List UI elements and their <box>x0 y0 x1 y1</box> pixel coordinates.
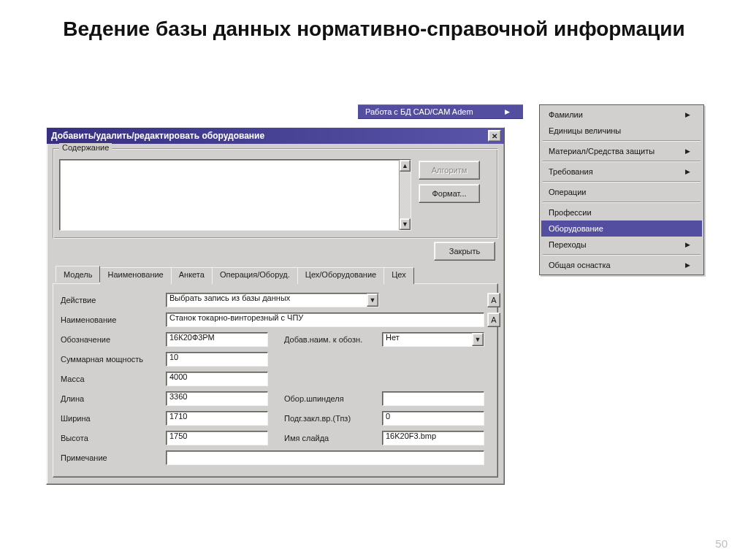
height-field[interactable]: 1750 <box>166 431 268 445</box>
content-textarea[interactable]: ▲ ▼ <box>59 159 411 231</box>
action-combo[interactable]: Выбрать запись из базы данных ▼ <box>166 293 379 307</box>
menu-item-tooling[interactable]: Общая оснастка ▶ <box>541 257 702 273</box>
slide-name-field[interactable]: 16K20F3.bmp <box>382 431 484 445</box>
tab-shop[interactable]: Цех <box>383 267 414 284</box>
groupbox-label: Содержание <box>59 143 112 152</box>
length-field[interactable]: 3360 <box>166 391 268 406</box>
chevron-down-icon[interactable]: ▼ <box>367 294 378 307</box>
menu-item-transitions[interactable]: Переходы ▶ <box>541 237 702 253</box>
menu-root[interactable]: Работа с БД CAD/CAM Adem ▶ <box>358 104 523 119</box>
addname-combo[interactable]: Нет ▼ <box>382 332 484 347</box>
tabstrip: Модель Наименование Анкета Операция/Обор… <box>56 266 498 283</box>
tpz-field[interactable]: 0 <box>382 411 484 426</box>
chevron-right-icon: ▶ <box>685 241 690 248</box>
label-height: Высота <box>61 434 163 442</box>
tab-model[interactable]: Модель <box>56 266 100 283</box>
chevron-right-icon: ▶ <box>685 111 690 118</box>
algorithm-button[interactable]: Алгоритм <box>419 161 480 180</box>
scroll-up-icon[interactable]: ▲ <box>400 160 411 172</box>
titlebar[interactable]: Добавить/удалить/редактировать оборудова… <box>47 128 504 144</box>
label-length: Длина <box>61 394 163 403</box>
name-field[interactable]: Станок токарно-винторезный с ЧПУ <box>166 312 484 327</box>
power-field[interactable]: 10 <box>166 352 268 367</box>
spindle-field[interactable] <box>382 391 484 406</box>
label-mass: Масса <box>61 375 163 383</box>
equipment-dialog: Добавить/удалить/редактировать оборудова… <box>46 127 505 485</box>
menu-item-equipment[interactable]: Оборудование <box>541 220 702 237</box>
label-name: Наименование <box>61 315 163 324</box>
slide-title: Ведение базы данных нормативно-справочно… <box>0 0 748 54</box>
label-addname: Добав.наим. к обозн. <box>284 335 379 344</box>
menu-item-surnames[interactable]: Фамилии ▶ <box>541 107 702 123</box>
close-button[interactable]: ✕ <box>488 130 501 142</box>
tab-name[interactable]: Наименование <box>99 267 171 284</box>
action-a-button[interactable]: А <box>487 293 500 307</box>
label-power: Суммарная мощность <box>61 355 163 364</box>
chevron-right-icon: ▶ <box>685 261 690 269</box>
menu-separator <box>543 254 701 256</box>
label-action: Действие <box>61 296 163 304</box>
close-dialog-button[interactable]: Закрыть <box>434 242 495 261</box>
tab-operation-equip[interactable]: Операция/Оборуд. <box>212 267 298 284</box>
name-a-button[interactable]: А <box>487 312 500 327</box>
note-field[interactable] <box>166 450 484 465</box>
label-width: Ширина <box>61 414 163 423</box>
scrollbar[interactable]: ▲ ▼ <box>399 160 411 230</box>
tab-profile[interactable]: Анкета <box>171 267 213 284</box>
dialog-title: Добавить/удалить/редактировать оборудова… <box>51 131 264 141</box>
scroll-down-icon[interactable]: ▼ <box>400 218 411 230</box>
menu-item-operations[interactable]: Операции <box>541 184 702 200</box>
menu-item-requirements[interactable]: Требования ▶ <box>541 164 702 180</box>
label-spindle: Обор.шпинделя <box>284 394 379 403</box>
format-button[interactable]: Формат... <box>419 184 480 203</box>
label-tpz: Подг.закл.вр.(Тпз) <box>284 414 379 423</box>
menu-separator <box>543 161 701 162</box>
menu-separator <box>543 140 701 142</box>
width-field[interactable]: 1710 <box>166 411 268 426</box>
submenu: Фамилии ▶ Единицы величины Материал/Сред… <box>539 104 704 275</box>
menu-item-units[interactable]: Единицы величины <box>541 123 702 139</box>
mass-field[interactable]: 4000 <box>166 372 268 386</box>
scroll-track[interactable] <box>400 172 411 218</box>
label-designation: Обозначение <box>61 335 163 344</box>
chevron-right-icon: ▶ <box>685 168 690 175</box>
menu-root-label: Работа с БД CAD/CAM Adem <box>365 107 473 116</box>
chevron-right-icon: ▶ <box>685 147 690 155</box>
label-slide: Имя слайда <box>284 434 379 442</box>
page-number: 50 <box>715 537 728 550</box>
content-groupbox: Содержание ▲ ▼ Алгоритм Формат... <box>53 148 498 239</box>
chevron-down-icon[interactable]: ▼ <box>472 333 484 346</box>
tab-page-model: Действие Выбрать запись из базы данных ▼… <box>53 283 498 477</box>
menu-item-professions[interactable]: Профессии <box>541 204 702 220</box>
tab-shop-equip[interactable]: Цех/Оборудование <box>297 267 384 284</box>
menu-item-material[interactable]: Материал/Средства защиты ▶ <box>541 143 702 159</box>
menu-separator <box>543 181 701 183</box>
chevron-right-icon: ▶ <box>505 108 510 115</box>
label-note: Примечание <box>61 453 163 462</box>
menu-separator <box>543 202 701 203</box>
designation-field[interactable]: 16К20Ф3РМ <box>166 332 268 347</box>
